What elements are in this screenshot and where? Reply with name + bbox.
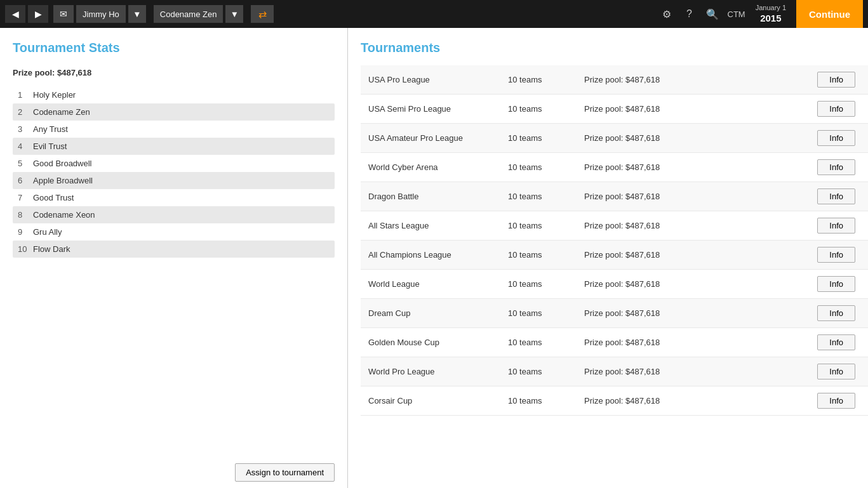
rank-number: 6	[18, 176, 33, 185]
help-button[interactable]: ?	[679, 5, 700, 23]
left-panel: Tournament Stats Prize pool: $487,618 1H…	[0, 28, 348, 488]
tournament-row: Golden Mouse Cup 10 teams Prize pool: $4…	[361, 328, 868, 357]
tournament-name: USA Semi Pro League	[368, 104, 508, 114]
info-button[interactable]: Info	[817, 247, 855, 263]
mail-icon: ✉	[53, 5, 74, 23]
tournaments-title: Tournaments	[361, 41, 868, 55]
tournament-name: USA Amateur Pro League	[368, 133, 508, 143]
standings-list-item: 8Codename Xeon	[13, 206, 335, 223]
tournament-prize: Prize pool: $487,618	[584, 308, 817, 318]
tournament-row: USA Semi Pro League 10 teams Prize pool:…	[361, 95, 868, 124]
rank-number: 9	[18, 227, 33, 237]
standings-list-item: 3Any Trust	[13, 121, 335, 138]
tournament-prize: Prize pool: $487,618	[584, 367, 817, 376]
standings-list-item: 4Evil Trust	[13, 138, 335, 155]
search-button[interactable]: 🔍	[702, 5, 723, 23]
team-name-entry: Holy Kepler	[33, 90, 76, 100]
date-line1: January 1	[756, 3, 786, 12]
team-name-entry: Apple Broadwell	[33, 176, 93, 185]
tournament-row: Dream Cup 10 teams Prize pool: $487,618 …	[361, 299, 868, 328]
tournament-prize: Prize pool: $487,618	[584, 279, 817, 289]
team-name-entry: Codename Zen	[33, 107, 90, 117]
info-button[interactable]: Info	[817, 334, 855, 350]
tournament-row: USA Pro League 10 teams Prize pool: $487…	[361, 65, 868, 95]
tournament-name: World Pro League	[368, 367, 508, 376]
tournament-row: World Pro League 10 teams Prize pool: $4…	[361, 357, 868, 386]
tournament-row: Dragon Battle 10 teams Prize pool: $487,…	[361, 182, 868, 211]
tournaments-list[interactable]: USA Pro League 10 teams Prize pool: $487…	[361, 65, 868, 488]
team-name: Codename Zen	[154, 5, 224, 23]
tournament-teams: 10 teams	[508, 221, 584, 230]
info-button[interactable]: Info	[817, 188, 855, 204]
standings-list-item: 5Good Broadwell	[13, 155, 335, 172]
rank-number: 8	[18, 210, 33, 220]
rank-number: 4	[18, 142, 33, 151]
tournament-name: World Cyber Arena	[368, 162, 508, 172]
assign-btn-container: Assign to tournament	[13, 457, 335, 482]
rank-number: 3	[18, 124, 33, 134]
player-dropdown-button[interactable]: ▼	[128, 5, 146, 23]
tournament-teams: 10 teams	[508, 192, 584, 201]
rank-number: 2	[18, 107, 33, 117]
date-section: January 1 2015	[751, 3, 791, 25]
tournament-row: Corsair Cup 10 teams Prize pool: $487,61…	[361, 386, 868, 416]
rank-number: 1	[18, 90, 33, 100]
standings-list-item: 2Codename Zen	[13, 103, 335, 121]
tournament-row: World League 10 teams Prize pool: $487,6…	[361, 270, 868, 299]
info-button[interactable]: Info	[817, 101, 855, 117]
tournament-teams: 10 teams	[508, 367, 584, 376]
team-name-entry: Flow Dark	[33, 244, 70, 254]
tournament-name: USA Pro League	[368, 75, 508, 84]
info-button[interactable]: Info	[817, 72, 855, 88]
main-area: Tournament Stats Prize pool: $487,618 1H…	[0, 28, 868, 488]
tournament-prize: Prize pool: $487,618	[584, 192, 817, 201]
tournament-name: All Champions League	[368, 250, 508, 260]
tournament-prize: Prize pool: $487,618	[584, 396, 817, 406]
assign-tournament-button[interactable]: Assign to tournament	[235, 463, 335, 482]
swap-button[interactable]: ⇄	[251, 5, 274, 23]
standings-list-item: 9Gru Ally	[13, 223, 335, 241]
player-section: ✉ Jimmy Ho ▼	[53, 5, 146, 23]
tournament-prize: Prize pool: $487,618	[584, 221, 817, 230]
back-button[interactable]: ◀	[5, 5, 25, 23]
info-button[interactable]: Info	[817, 276, 855, 292]
team-name-entry: Any Trust	[33, 124, 68, 134]
settings-button[interactable]: ⚙	[657, 5, 677, 23]
team-name-entry: Codename Xeon	[33, 210, 95, 220]
tournament-teams: 10 teams	[508, 308, 584, 318]
right-panel: Tournaments USA Pro League 10 teams Priz…	[348, 28, 868, 488]
tournament-teams: 10 teams	[508, 338, 584, 347]
prize-pool-label: Prize pool: $487,618	[13, 68, 335, 77]
tournament-stats-title: Tournament Stats	[13, 41, 335, 55]
rank-number: 7	[18, 193, 33, 202]
tournament-row: USA Amateur Pro League 10 teams Prize po…	[361, 124, 868, 153]
tournament-name: World League	[368, 279, 508, 289]
info-button[interactable]: Info	[817, 159, 855, 175]
rank-number: 5	[18, 159, 33, 168]
tournament-teams: 10 teams	[508, 104, 584, 114]
prize-pool-value: $487,618	[57, 68, 91, 77]
tournament-name: Golden Mouse Cup	[368, 338, 508, 347]
info-button[interactable]: Info	[817, 305, 855, 321]
info-button[interactable]: Info	[817, 130, 855, 146]
tournament-prize: Prize pool: $487,618	[584, 133, 817, 143]
standings-list-item: 1Holy Kepler	[13, 86, 335, 103]
team-section: Codename Zen ▼	[154, 5, 244, 23]
continue-button[interactable]: Continue	[796, 0, 863, 28]
team-name-entry: Gru Ally	[33, 227, 62, 237]
tournament-prize: Prize pool: $487,618	[584, 75, 817, 84]
tournament-teams: 10 teams	[508, 75, 584, 84]
tournament-row: All Champions League 10 teams Prize pool…	[361, 241, 868, 270]
tournament-row: All Stars League 10 teams Prize pool: $4…	[361, 211, 868, 241]
team-name-entry: Good Broadwell	[33, 159, 92, 168]
tournament-name: Dragon Battle	[368, 192, 508, 201]
tournament-row: World Cyber Arena 10 teams Prize pool: $…	[361, 153, 868, 182]
tournament-prize: Prize pool: $487,618	[584, 338, 817, 347]
info-button[interactable]: Info	[817, 393, 855, 409]
forward-button[interactable]: ▶	[28, 5, 48, 23]
team-dropdown-button[interactable]: ▼	[225, 5, 243, 23]
info-button[interactable]: Info	[817, 218, 855, 234]
tournament-name: Dream Cup	[368, 308, 508, 318]
date-line2: 2015	[756, 12, 786, 25]
info-button[interactable]: Info	[817, 364, 855, 379]
